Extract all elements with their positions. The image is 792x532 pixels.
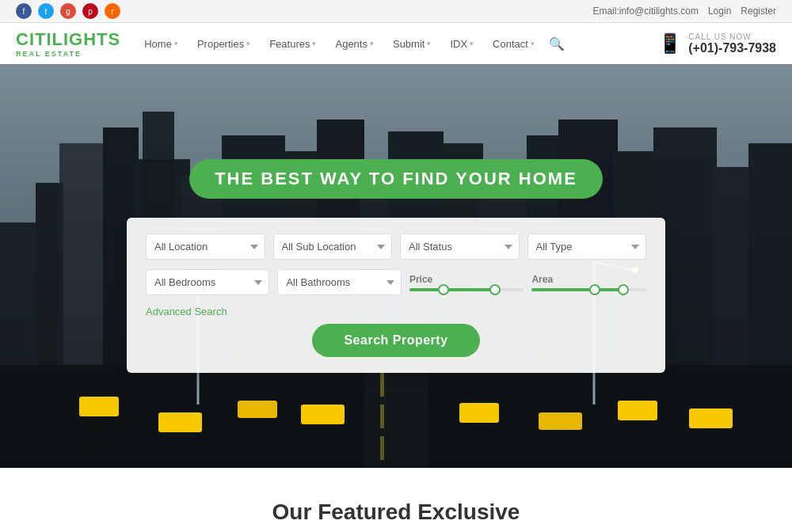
- googleplus-icon[interactable]: g: [60, 3, 76, 19]
- phone-icon: 📱: [658, 32, 682, 55]
- logo-tagline: REAL ESTATE: [16, 50, 120, 58]
- area-slider-thumb-2[interactable]: [618, 284, 629, 295]
- phone-number: (+01)-793-7938: [688, 41, 776, 55]
- search-btn-row: Search Property: [146, 324, 646, 357]
- nav-agents[interactable]: Agents ▾: [327, 33, 381, 55]
- price-slider-fill: [409, 288, 495, 291]
- chevron-down-icon: ▾: [312, 40, 316, 48]
- header: CITILIGHTS REAL ESTATE Home ▾ Properties…: [0, 23, 792, 64]
- sub-location-select[interactable]: All Sub Location: [273, 234, 393, 260]
- advanced-search-link[interactable]: Advanced Search: [146, 306, 227, 317]
- area-slider-fill: [531, 288, 623, 291]
- nav-submit[interactable]: Submit ▾: [385, 33, 439, 55]
- logo-text: CITILIGHTS: [16, 29, 120, 49]
- main-nav: Home ▾ Properties ▾ Features ▾ Agents ▾ …: [136, 32, 568, 55]
- twitter-icon[interactable]: t: [38, 3, 54, 19]
- call-us-label: CALL US NOW: [688, 32, 776, 41]
- nav-properties[interactable]: Properties ▾: [189, 33, 258, 55]
- area-slider-thumb-1[interactable]: [589, 284, 600, 295]
- chevron-down-icon: ▾: [174, 40, 178, 48]
- price-slider-thumb-1[interactable]: [438, 284, 449, 295]
- nav-idx[interactable]: IDX ▾: [442, 33, 482, 55]
- price-slider-track[interactable]: [409, 288, 524, 291]
- advanced-search-row: Advanced Search: [146, 305, 646, 317]
- logo-citi: CITI: [16, 29, 52, 49]
- login-link[interactable]: Login: [708, 6, 731, 17]
- price-slider-section: Price: [409, 274, 524, 291]
- search-property-button[interactable]: Search Property: [312, 324, 479, 357]
- logo[interactable]: CITILIGHTS REAL ESTATE: [16, 29, 120, 58]
- location-select[interactable]: All Location: [146, 234, 265, 260]
- search-box: All Location All Sub Location All Status…: [127, 218, 665, 373]
- search-icon-button[interactable]: 🔍: [546, 32, 568, 55]
- bedrooms-select[interactable]: All Bedrooms: [146, 269, 269, 295]
- email-text: Email:info@citilights.com: [592, 6, 699, 17]
- featured-section: Our Featured Exclusive Choose from diffe…: [0, 468, 792, 532]
- rss-icon[interactable]: r: [105, 3, 120, 19]
- bathrooms-select[interactable]: All Bathrooms: [277, 269, 401, 295]
- hero-section: THE BEST WAY TO FIND YOUR HOME All Locat…: [0, 64, 792, 468]
- chevron-down-icon: ▾: [370, 40, 374, 48]
- top-bar: f t g p r Email:info@citilights.com Logi…: [0, 0, 792, 23]
- area-slider-section: Area: [531, 274, 646, 291]
- phone-text: CALL US NOW (+01)-793-7938: [688, 32, 776, 55]
- nav-contact[interactable]: Contact ▾: [485, 33, 543, 55]
- status-select[interactable]: All Status: [400, 234, 520, 260]
- nav-features[interactable]: Features ▾: [261, 33, 324, 55]
- hero-headline: THE BEST WAY TO FIND YOUR HOME: [189, 159, 603, 199]
- type-select[interactable]: All Type: [527, 234, 647, 260]
- price-slider-thumb-2[interactable]: [489, 284, 501, 295]
- phone-section: 📱 CALL US NOW (+01)-793-7938: [658, 32, 776, 55]
- chevron-down-icon: ▾: [246, 40, 250, 48]
- top-bar-right: Email:info@citilights.com Login Register: [592, 6, 776, 17]
- area-label: Area: [531, 274, 646, 285]
- chevron-down-icon: ▾: [427, 40, 431, 48]
- social-icons-group: f t g p r: [16, 3, 120, 19]
- hero-content: THE BEST WAY TO FIND YOUR HOME All Locat…: [0, 64, 792, 468]
- area-slider-track[interactable]: [531, 288, 646, 291]
- register-link[interactable]: Register: [741, 6, 776, 17]
- logo-lights: LIGHTS: [52, 29, 121, 49]
- facebook-icon[interactable]: f: [16, 3, 32, 19]
- nav-home[interactable]: Home ▾: [136, 33, 186, 55]
- price-label: Price: [409, 274, 524, 285]
- chevron-down-icon: ▾: [470, 40, 474, 48]
- featured-title: Our Featured Exclusive: [16, 500, 776, 525]
- search-row-1: All Location All Sub Location All Status…: [146, 234, 646, 260]
- chevron-down-icon: ▾: [531, 40, 535, 48]
- search-row-2: All Bedrooms All Bathrooms Price Area: [146, 269, 646, 295]
- pinterest-icon[interactable]: p: [82, 3, 98, 19]
